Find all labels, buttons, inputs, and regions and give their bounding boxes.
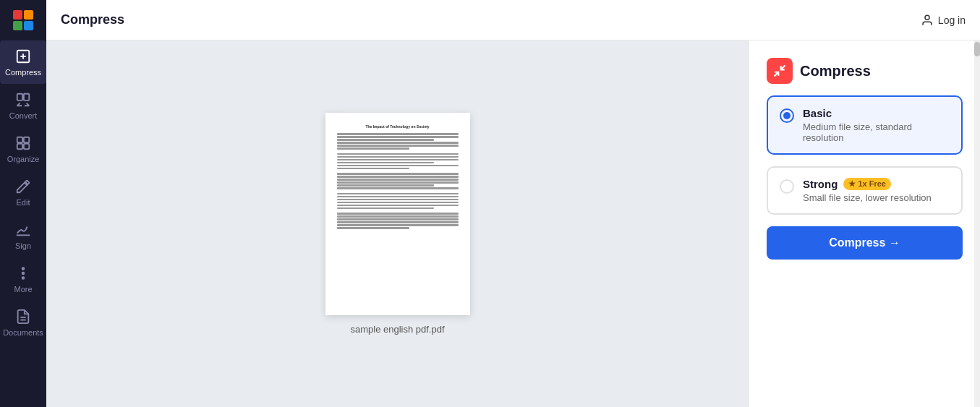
content-area: The Impact of Technology on Society <box>46 40 980 407</box>
radio-strong <box>780 179 794 194</box>
documents-icon <box>14 308 32 325</box>
compress-label: Compress <box>5 68 41 77</box>
svg-point-8 <box>22 273 25 275</box>
svg-point-12 <box>925 15 929 20</box>
user-icon <box>921 14 934 27</box>
convert-icon <box>14 91 32 108</box>
option-basic-title: Basic <box>803 107 950 119</box>
sidebar-item-organize[interactable]: Organize <box>0 127 46 171</box>
compress-icon <box>14 48 32 65</box>
svg-rect-1 <box>17 94 22 100</box>
svg-rect-4 <box>24 137 29 142</box>
sign-label: Sign <box>15 241 31 250</box>
option-basic-content: Basic Medium file size, standard resolut… <box>803 107 950 143</box>
pdf-doc-title: The Impact of Technology on Society <box>337 124 459 129</box>
radio-basic <box>780 108 794 123</box>
option-card-strong[interactable]: Strong ★ 1x Free Small file size, lower … <box>767 166 963 215</box>
app-logo <box>0 0 46 40</box>
panel-title: Compress <box>800 63 871 80</box>
right-panel: Compress Basic Medium file size, standar… <box>749 40 980 407</box>
pdf-preview-area: The Impact of Technology on Society <box>46 40 749 407</box>
organize-icon <box>14 134 32 152</box>
logo-cell-red <box>13 10 22 20</box>
option-strong-desc: Small file size, lower resolution <box>803 192 950 203</box>
svg-rect-6 <box>24 144 29 149</box>
option-basic-desc: Medium file size, standard resolution <box>803 121 950 143</box>
scrollbar-thumb[interactable] <box>974 42 980 56</box>
logo-cell-orange <box>24 10 33 20</box>
sidebar-item-compress[interactable]: Compress <box>0 40 46 84</box>
content-wrapper: The Impact of Technology on Society <box>46 40 980 407</box>
login-button[interactable]: Log in <box>921 14 966 27</box>
edit-label: Edit <box>17 198 30 207</box>
logo-cell-green <box>13 21 22 30</box>
login-label: Log in <box>938 14 966 26</box>
compress-button-label: Compress → <box>829 236 900 249</box>
svg-rect-2 <box>24 94 29 100</box>
scrollbar-track[interactable] <box>974 40 980 407</box>
free-badge: ★ 1x Free <box>843 178 891 190</box>
sidebar-item-edit[interactable]: Edit <box>0 171 46 214</box>
main-area: Compress Log in The Impact of Technology… <box>46 0 980 407</box>
sidebar-item-documents[interactable]: Documents <box>0 301 46 344</box>
logo-grid <box>13 10 33 30</box>
sidebar-item-more[interactable]: More <box>0 257 46 301</box>
svg-point-7 <box>22 267 25 270</box>
more-icon <box>14 265 32 282</box>
sidebar: Compress Convert <box>0 0 46 407</box>
pdf-filename: sample english pdf.pdf <box>350 324 444 335</box>
radio-basic-inner <box>783 112 791 119</box>
option-strong-content: Strong ★ 1x Free Small file size, lower … <box>803 178 950 203</box>
pdf-document: The Impact of Technology on Society <box>325 113 470 315</box>
sidebar-item-sign[interactable]: Sign <box>0 214 46 257</box>
more-label: More <box>14 285 32 294</box>
svg-rect-3 <box>17 137 22 142</box>
panel-compress-icon <box>767 58 793 84</box>
top-header: Compress Log in <box>46 0 980 40</box>
sign-icon <box>14 221 32 239</box>
svg-point-9 <box>22 277 25 279</box>
convert-label: Convert <box>9 111 38 120</box>
page-title: Compress <box>61 12 124 27</box>
option-card-basic[interactable]: Basic Medium file size, standard resolut… <box>767 95 963 155</box>
svg-rect-5 <box>17 144 22 149</box>
organize-label: Organize <box>7 155 40 163</box>
documents-label: Documents <box>3 328 43 337</box>
edit-icon <box>14 178 32 195</box>
sidebar-item-convert[interactable]: Convert <box>0 84 46 127</box>
logo-cell-blue <box>24 21 33 30</box>
compress-button[interactable]: Compress → <box>767 226 963 260</box>
panel-header: Compress <box>767 58 963 84</box>
option-strong-title: Strong ★ 1x Free <box>803 178 950 190</box>
